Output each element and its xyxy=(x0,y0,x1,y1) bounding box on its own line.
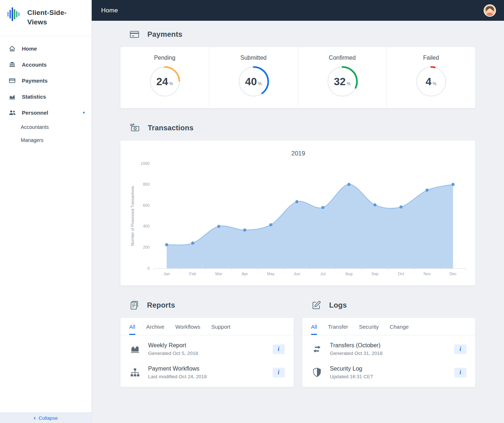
list-item-security-log: Security Log Updated 16:31 CET i xyxy=(302,361,476,384)
main-content: Payments Pending 24 % Submitted 40 % Con… xyxy=(92,21,504,402)
stat-label: Confirmed xyxy=(329,55,356,61)
section-title: Transactions xyxy=(148,124,194,132)
reports-tab-archive[interactable]: Archive xyxy=(146,324,164,335)
statistics-icon xyxy=(9,93,16,100)
section-title: Logs xyxy=(329,301,347,309)
reports-list: Weekly Report Generated Oct 5, 2018 i Pa… xyxy=(120,335,294,387)
transactions-area-chart: 2019Number of Processed Transactions0200… xyxy=(120,141,476,286)
transfer-arrows-icon xyxy=(311,344,323,355)
svg-text:Jan: Jan xyxy=(163,272,170,276)
svg-text:800: 800 xyxy=(143,182,150,186)
svg-text:Feb: Feb xyxy=(189,272,196,276)
logs-section-header: Logs xyxy=(302,300,476,310)
logs-column: Logs All Transfer Security Change Trans xyxy=(302,286,476,387)
logs-tab-security[interactable]: Security xyxy=(359,324,378,335)
info-button[interactable]: i xyxy=(454,344,467,354)
item-title: Weekly Report xyxy=(148,342,273,349)
app-title: Client-Side-Views xyxy=(27,8,82,27)
sidebar-item-label: Home xyxy=(22,46,37,52)
item-subtitle: Last modified Oct 24, 2018 xyxy=(148,374,273,379)
reports-tab-bar: All Archive Workflows Support xyxy=(120,318,294,335)
logs-tab-all[interactable]: All xyxy=(311,324,317,335)
transactions-chart-card: 2019Number of Processed Transactions0200… xyxy=(120,140,476,286)
workflow-icon xyxy=(129,367,141,378)
area-chart-icon xyxy=(129,344,141,355)
sidebar-item-payments[interactable]: Payments xyxy=(0,72,91,88)
sidebar-item-label: Accounts xyxy=(22,62,47,68)
payment-stat-pending: Pending 24 % xyxy=(120,47,209,108)
svg-text:Apr: Apr xyxy=(242,272,248,276)
edit-pencil-icon xyxy=(311,300,321,310)
home-icon xyxy=(9,45,16,52)
svg-text:Sep: Sep xyxy=(372,272,379,276)
stat-unit: % xyxy=(169,81,173,86)
svg-text:Number of Processed Transactio: Number of Processed Transactions xyxy=(130,186,135,246)
donut-chart-pending: 24 % xyxy=(149,66,181,98)
sidebar-item-accounts[interactable]: Accounts xyxy=(0,56,91,72)
list-item-transfers-october: Transfers (October) Generated Oct 31, 20… xyxy=(302,337,476,361)
donut-chart-failed: 4 % xyxy=(415,66,447,98)
logs-card: All Transfer Security Change Transfers (… xyxy=(302,317,476,387)
sidebar-item-home[interactable]: Home xyxy=(0,40,91,56)
svg-text:May: May xyxy=(267,272,275,276)
stat-unit: % xyxy=(433,81,437,86)
payments-section-header: Payments xyxy=(120,29,476,39)
info-button[interactable]: i xyxy=(273,344,285,354)
svg-text:Oct: Oct xyxy=(398,272,404,276)
stat-value: 24 xyxy=(156,76,168,88)
sidebar-item-label: Statistics xyxy=(22,94,46,100)
logs-tab-change[interactable]: Change xyxy=(390,324,409,335)
transactions-section-header: Transactions xyxy=(120,123,476,133)
sidebar: Client-Side-Views Home Accounts Payments xyxy=(0,0,92,423)
svg-text:400: 400 xyxy=(143,224,150,228)
payment-stat-confirmed: Confirmed 32 % xyxy=(298,47,387,108)
logo-bars-icon xyxy=(6,6,23,24)
chevron-down-icon: ▾ xyxy=(83,111,85,115)
sidebar-subitem-label: Accountants xyxy=(21,124,49,130)
svg-text:600: 600 xyxy=(143,203,150,207)
reports-tab-all[interactable]: All xyxy=(129,324,135,335)
section-title: Payments xyxy=(147,30,182,39)
stat-label: Pending xyxy=(154,55,175,61)
bottom-grid: Reports All Archive Workflows Support W xyxy=(120,286,476,387)
bank-icon xyxy=(9,61,16,68)
sidebar-subitem-accountants[interactable]: Accountants xyxy=(0,120,91,134)
sidebar-menu: Home Accounts Payments Statistics Person xyxy=(0,36,91,147)
svg-text:200: 200 xyxy=(143,245,150,249)
people-icon xyxy=(9,109,16,116)
list-item-payment-workflows: Payment Workflows Last modified Oct 24, … xyxy=(120,361,294,384)
sidebar-item-personnel[interactable]: Personnel ▾ xyxy=(0,104,91,120)
logs-tab-bar: All Transfer Security Change xyxy=(302,318,476,335)
page-title: Home xyxy=(101,7,118,14)
avatar[interactable] xyxy=(484,4,496,17)
item-subtitle: Updated 16:31 CET xyxy=(330,374,455,379)
sidebar-collapse-button[interactable]: ‹ Collapse xyxy=(0,412,91,423)
reports-column: Reports All Archive Workflows Support W xyxy=(120,286,294,387)
svg-text:1000: 1000 xyxy=(141,161,150,166)
app-logo[interactable]: Client-Side-Views xyxy=(0,0,91,36)
sidebar-subitem-managers[interactable]: Managers xyxy=(0,134,91,147)
stat-unit: % xyxy=(347,81,351,86)
info-button[interactable]: i xyxy=(273,368,285,377)
donut-chart-submitted: 40 % xyxy=(238,66,270,98)
svg-text:2019: 2019 xyxy=(291,150,305,157)
sidebar-item-label: Personnel xyxy=(22,110,48,116)
sidebar-subitem-label: Managers xyxy=(21,137,43,143)
svg-text:Aug: Aug xyxy=(345,272,353,276)
item-subtitle: Generated Oct 5, 2018 xyxy=(148,351,273,356)
info-button[interactable]: i xyxy=(454,368,467,377)
reports-tab-workflows[interactable]: Workflows xyxy=(175,324,201,335)
chevron-left-icon: ‹ xyxy=(33,415,36,421)
reports-section-header: Reports xyxy=(120,300,294,310)
svg-text:Nov: Nov xyxy=(424,272,431,276)
payment-stat-failed: Failed 4 % xyxy=(387,47,475,108)
payments-card: Pending 24 % Submitted 40 % Confirmed xyxy=(120,47,476,108)
reports-tab-support[interactable]: Support xyxy=(211,324,231,335)
svg-text:Jul: Jul xyxy=(320,272,325,276)
payment-stat-submitted: Submitted 40 % xyxy=(209,47,298,108)
item-title: Security Log xyxy=(330,365,455,372)
item-subtitle: Generated Oct 31, 2018 xyxy=(330,351,455,356)
logs-tab-transfer[interactable]: Transfer xyxy=(328,324,348,335)
sidebar-item-statistics[interactable]: Statistics xyxy=(0,88,91,104)
collapse-label: Collapse xyxy=(39,415,58,421)
